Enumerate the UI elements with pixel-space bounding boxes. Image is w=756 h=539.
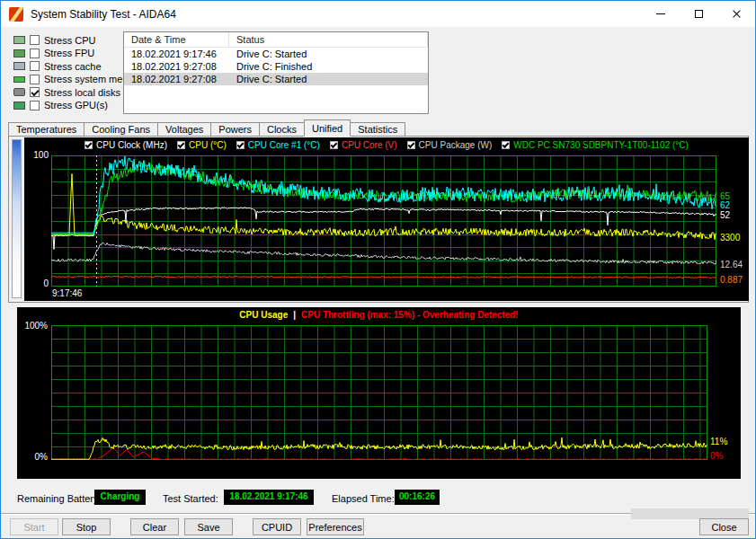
value-label-cpu-usage: 11% [710, 437, 727, 446]
unified-x-tick-label: 9:17:46 [52, 288, 82, 298]
stress-cpu-label: Stress CPU [44, 35, 95, 46]
tab-voltages[interactable]: Voltages [157, 122, 211, 137]
stress-fpu-label: Stress FPU [44, 48, 94, 58]
tab-cooling-fans[interactable]: Cooling Fans [84, 122, 158, 137]
disk-icon [13, 88, 25, 96]
legend-label: CPU Clock (MHz) [96, 140, 167, 150]
save-button[interactable]: Save [184, 518, 233, 535]
unified-graph-canvas [51, 155, 716, 287]
cpuid-button[interactable]: CPUID [253, 518, 301, 535]
legend-checkbox-cpu-core1-temp[interactable] [236, 141, 245, 149]
cell-datetime: 18.02.2021 9:27:08 [124, 61, 229, 72]
stress-cache-label: Stress cache [44, 61, 102, 72]
legend-label: CPU (°C) [189, 140, 227, 150]
titlebar-buttons [642, 1, 755, 27]
cell-datetime: 18.02.2021 9:27:08 [124, 74, 229, 84]
close-button[interactable] [717, 1, 755, 27]
cpu-icon [13, 36, 25, 44]
title-separator: | [293, 310, 296, 320]
usage-graph-canvas [51, 325, 707, 460]
close-icon [732, 9, 742, 19]
stress-cpu-checkbox[interactable] [30, 35, 40, 45]
elapsed-time-label: Elapsed Time: [332, 493, 395, 504]
memory-icon [13, 76, 25, 83]
legend-checkbox-cpu-package-power[interactable] [407, 141, 415, 149]
log-table-header: Date & Time Status [124, 32, 428, 48]
test-started-label: Test Started: [163, 493, 218, 504]
stress-log-table: Date & Time Status 18.02.2021 9:17:46 Dr… [123, 31, 429, 114]
stress-gpu-checkbox[interactable] [30, 101, 40, 110]
throttling-alert-text: CPU Throttling (max: 15%) - Overheating … [301, 310, 519, 320]
cell-status: Drive C: Started [229, 49, 428, 59]
unified-y-max-label: 100 [26, 150, 49, 160]
value-label-package-power: 12.64 [720, 260, 743, 270]
legend-checkbox-cpu-core-voltage[interactable] [330, 141, 338, 149]
legend-label: CPU Package (W) [419, 140, 493, 150]
column-header-datetime[interactable]: Date & Time [124, 32, 229, 47]
tab-temperatures[interactable]: Temperatures [8, 122, 84, 137]
cpu-usage-title: CPU Usage [239, 310, 288, 320]
cell-datetime: 18.02.2021 9:17:46 [124, 49, 229, 59]
close-dialog-button[interactable]: Close [699, 518, 749, 535]
value-label-throttling: 0% [710, 451, 723, 461]
maximize-icon [695, 10, 703, 18]
value-label-core1-temp: 62 [720, 200, 730, 210]
test-started-value: 18.02.2021 9:17:46 [224, 490, 314, 505]
column-header-status[interactable]: Status [229, 32, 428, 47]
table-row[interactable]: 18.02.2021 9:27:08 Drive C: Finished [124, 60, 428, 73]
aida64-logo-icon [9, 7, 23, 22]
legend-checkbox-cpu-temp[interactable] [177, 141, 185, 149]
legend-label: CPU Core (V) [342, 140, 397, 150]
value-label-cpu-temp: 52 [720, 210, 730, 220]
stop-button[interactable]: Stop [62, 518, 111, 535]
fpu-icon [13, 49, 25, 57]
legend-item-cpu-core-voltage: CPU Core (V) [330, 140, 397, 150]
battery-label: Remaining Battery: [17, 493, 102, 504]
unified-graph-legend: CPU Clock (MHz) CPU (°C) CPU Core #1 (°C… [24, 140, 749, 150]
cpu-usage-graph-title: CPU Usage | CPU Throttling (max: 15%) - … [17, 310, 741, 320]
tab-clocks[interactable]: Clocks [259, 122, 305, 137]
battery-value: Charging [94, 490, 146, 505]
legend-item-disk-temp: WDC PC SN730 SDBPNTY-1T00-1102 (°C) [502, 140, 689, 150]
legend-item-cpu-package-power: CPU Package (W) [407, 140, 493, 150]
unified-y-min-label: 0 [26, 278, 49, 288]
graph-scale-slider[interactable] [12, 139, 22, 298]
legend-label: CPU Core #1 (°C) [248, 140, 320, 150]
maximize-button[interactable] [680, 1, 717, 27]
table-row[interactable]: 18.02.2021 9:17:46 Drive C: Started [124, 48, 428, 60]
window-title: System Stability Test - AIDA64 [31, 8, 176, 21]
stress-fpu-checkbox[interactable] [30, 49, 40, 58]
stress-disks-checkbox[interactable] [30, 87, 40, 97]
tab-unified[interactable]: Unified [304, 119, 351, 137]
minimize-icon [656, 13, 665, 14]
minimize-button[interactable] [642, 1, 680, 27]
tab-powers[interactable]: Powers [210, 122, 260, 137]
value-label-cpu-clock: 3300 [720, 233, 740, 243]
stress-memory-checkbox[interactable] [30, 75, 40, 84]
preferences-button[interactable]: Preferences [307, 518, 364, 535]
legend-item-cpu-temp: CPU (°C) [177, 140, 227, 150]
legend-item-cpu-clock: CPU Clock (MHz) [84, 140, 167, 150]
stress-cache-checkbox[interactable] [30, 61, 40, 71]
tab-statistics[interactable]: Statistics [350, 122, 405, 137]
table-row[interactable]: 18.02.2021 9:27:08 Drive C: Started [124, 73, 428, 85]
start-button[interactable]: Start [10, 518, 58, 535]
app-window: System Stability Test - AIDA64 Stress CP… [0, 0, 756, 539]
value-label-core-voltage: 0.887 [720, 275, 743, 285]
cell-status: Drive C: Started [229, 74, 428, 84]
cell-status: Drive C: Finished [229, 61, 428, 72]
legend-label: WDC PC SN730 SDBPNTY-1T00-1102 (°C) [513, 140, 689, 150]
stress-disks-label: Stress local disks [44, 87, 120, 98]
titlebar: System Stability Test - AIDA64 [1, 1, 755, 27]
stress-gpu-label: Stress GPU(s) [44, 100, 108, 110]
usage-y-min-label: 0% [19, 452, 48, 462]
graph-tabs: Temperatures Cooling Fans Voltages Power… [8, 119, 405, 137]
clear-button[interactable]: Clear [130, 518, 179, 535]
legend-checkbox-cpu-clock[interactable] [84, 141, 93, 149]
elapsed-time-value: 00:16:26 [395, 490, 440, 505]
legend-item-cpu-core1-temp: CPU Core #1 (°C) [236, 140, 320, 150]
cache-icon [13, 62, 25, 70]
gpu-icon [13, 102, 25, 110]
usage-y-max-label: 100% [19, 321, 48, 331]
legend-checkbox-disk-temp[interactable] [502, 141, 510, 149]
